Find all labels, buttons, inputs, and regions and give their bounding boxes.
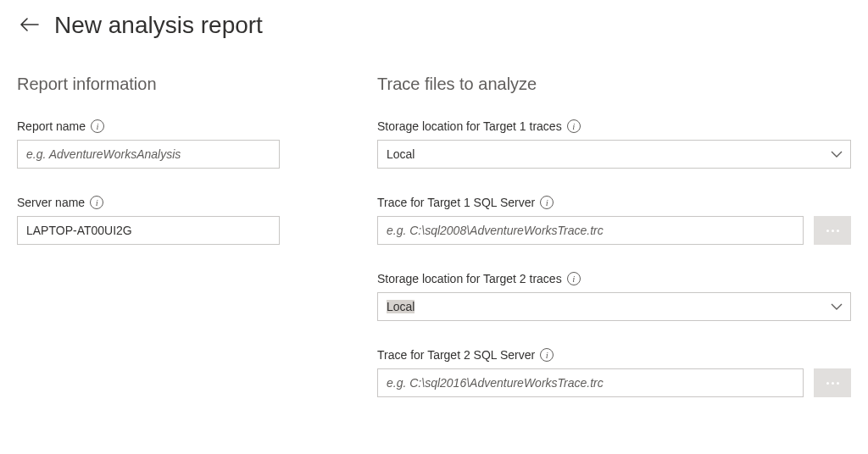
server-name-label-row: Server name i xyxy=(17,196,360,209)
trace-files-section: Trace files to analyze Storage location … xyxy=(377,75,851,424)
trace-target2-label: Trace for Target 2 SQL Server xyxy=(377,348,535,362)
storage-target2-label-row: Storage location for Target 2 traces i xyxy=(377,272,851,285)
trace-target1-input[interactable] xyxy=(377,216,804,245)
report-name-field: Report name i xyxy=(17,119,360,169)
trace-target1-row xyxy=(377,216,851,245)
server-name-input[interactable] xyxy=(17,216,280,245)
browse-button[interactable] xyxy=(814,216,851,245)
ellipsis-icon xyxy=(832,230,834,232)
storage-target1-label: Storage location for Target 1 traces xyxy=(377,119,562,133)
info-icon[interactable]: i xyxy=(567,119,581,133)
browse-button[interactable] xyxy=(814,368,851,397)
info-icon[interactable]: i xyxy=(567,272,581,285)
ellipsis-icon xyxy=(826,230,829,232)
storage-target1-field: Storage location for Target 1 traces i L… xyxy=(377,119,851,169)
form-columns: Report information Report name i Server … xyxy=(17,75,851,424)
server-name-field: Server name i xyxy=(17,196,360,245)
storage-target2-label: Storage location for Target 2 traces xyxy=(377,272,562,285)
storage-target1-value: Local xyxy=(377,140,851,169)
trace-target1-field: Trace for Target 1 SQL Server i xyxy=(377,196,851,245)
server-name-label: Server name xyxy=(17,196,85,209)
trace-target2-input[interactable] xyxy=(377,368,804,397)
page-header: New analysis report xyxy=(17,12,851,39)
storage-target1-select[interactable]: Local xyxy=(377,140,851,169)
report-name-input[interactable] xyxy=(17,140,280,169)
storage-target2-select[interactable]: Local xyxy=(377,292,851,321)
report-information-section: Report information Report name i Server … xyxy=(17,75,377,424)
info-icon[interactable]: i xyxy=(91,119,104,133)
page-title: New analysis report xyxy=(54,12,263,39)
ellipsis-icon xyxy=(837,382,839,385)
storage-target2-value: Local xyxy=(377,292,851,321)
trace-target2-label-row: Trace for Target 2 SQL Server i xyxy=(377,348,851,362)
ellipsis-icon xyxy=(826,382,829,385)
storage-target1-label-row: Storage location for Target 1 traces i xyxy=(377,119,851,133)
trace-target1-label: Trace for Target 1 SQL Server xyxy=(377,196,535,209)
info-icon[interactable]: i xyxy=(540,348,554,362)
section-heading-trace-files: Trace files to analyze xyxy=(377,75,851,94)
back-arrow-icon[interactable] xyxy=(17,14,42,36)
storage-target2-field: Storage location for Target 2 traces i L… xyxy=(377,272,851,321)
info-icon[interactable]: i xyxy=(540,196,554,209)
trace-target2-row xyxy=(377,368,851,397)
ellipsis-icon xyxy=(837,230,839,232)
report-name-label: Report name xyxy=(17,119,86,133)
trace-target2-field: Trace for Target 2 SQL Server i xyxy=(377,348,851,397)
ellipsis-icon xyxy=(832,382,834,385)
report-name-label-row: Report name i xyxy=(17,119,360,133)
info-icon[interactable]: i xyxy=(90,196,103,209)
trace-target1-label-row: Trace for Target 1 SQL Server i xyxy=(377,196,851,209)
section-heading-report-info: Report information xyxy=(17,75,360,94)
